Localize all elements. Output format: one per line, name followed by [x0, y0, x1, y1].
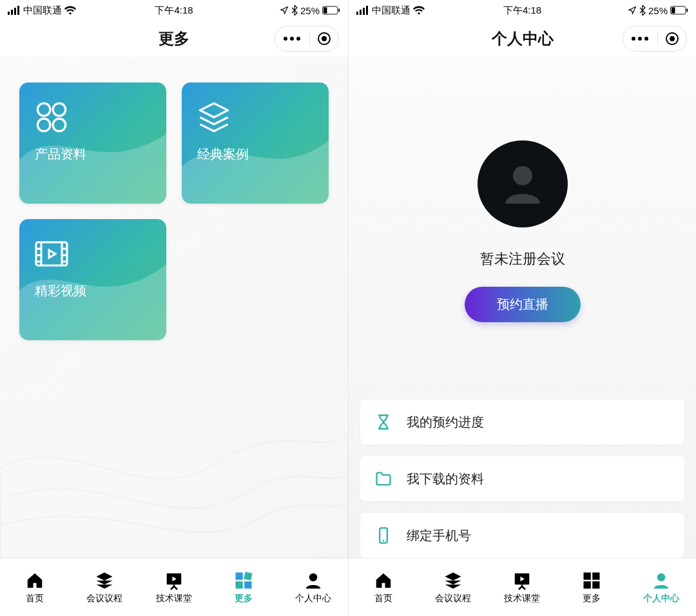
- tab-label: 会议议程: [435, 593, 471, 604]
- tab-label: 首页: [26, 593, 44, 604]
- menu-bind-phone[interactable]: 绑定手机号: [360, 513, 684, 558]
- profile-status-text: 暂未注册会议: [480, 249, 565, 269]
- card-product-materials[interactable]: 产品资料: [19, 82, 166, 204]
- menu-label: 我的预约进度: [407, 414, 484, 431]
- tab-label: 更多: [583, 593, 601, 604]
- presentation-icon: [512, 571, 532, 590]
- svg-point-40: [638, 37, 642, 41]
- tab-label: 更多: [235, 593, 253, 604]
- svg-point-39: [632, 37, 635, 41]
- svg-rect-28: [244, 572, 252, 580]
- layers-icon: [197, 101, 231, 134]
- nav-header: 更多: [0, 21, 348, 57]
- tiles-icon: [582, 571, 601, 590]
- tab-agenda[interactable]: 会议议程: [418, 559, 488, 616]
- nav-header: 个人中心: [349, 21, 696, 57]
- tab-label: 首页: [374, 593, 392, 604]
- tab-profile[interactable]: 个人中心: [278, 559, 348, 616]
- tab-tech-class[interactable]: 技术课堂: [139, 559, 209, 616]
- svg-rect-13: [53, 103, 66, 116]
- status-time: 下午4:18: [349, 5, 696, 17]
- person-icon: [652, 571, 671, 590]
- card-label: 精彩视频: [35, 282, 151, 300]
- svg-point-8: [290, 37, 294, 41]
- svg-point-31: [309, 573, 318, 581]
- svg-rect-12: [37, 103, 50, 116]
- tab-label: 技术课堂: [156, 593, 192, 604]
- tab-bar: 首页 会议议程 技术课堂 更多 个人中心: [349, 558, 696, 616]
- tab-label: 会议议程: [86, 593, 122, 604]
- svg-rect-50: [593, 572, 600, 579]
- target-icon[interactable]: [665, 32, 679, 46]
- svg-rect-52: [593, 581, 600, 588]
- stack-icon: [95, 571, 114, 590]
- tab-home[interactable]: 首页: [349, 559, 418, 616]
- menu-my-downloads[interactable]: 我下载的资料: [360, 456, 684, 501]
- wechat-capsule[interactable]: [623, 26, 687, 52]
- tab-more[interactable]: 更多: [557, 559, 626, 616]
- menu-label: 绑定手机号: [407, 527, 471, 544]
- svg-rect-14: [37, 119, 50, 131]
- card-classic-cases[interactable]: 经典案例: [182, 82, 329, 204]
- svg-point-41: [644, 37, 648, 41]
- status-bar: 中国联通 下午4:18 25%: [349, 0, 696, 21]
- video-film-icon: [35, 237, 68, 271]
- tab-label: 个人中心: [643, 593, 679, 604]
- tab-tech-class[interactable]: 技术课堂: [488, 559, 557, 616]
- page-title: 个人中心: [492, 28, 554, 49]
- presentation-icon: [164, 571, 184, 590]
- menu-label: 我下载的资料: [407, 470, 484, 488]
- tab-more[interactable]: 更多: [209, 559, 278, 616]
- grid-apps-icon: [35, 101, 68, 134]
- status-bar: 中国联通 下午4:18 25%: [0, 0, 348, 21]
- target-icon[interactable]: [317, 32, 331, 46]
- page-title: 更多: [159, 28, 189, 49]
- tab-agenda[interactable]: 会议议程: [70, 559, 139, 616]
- tab-profile[interactable]: 个人中心: [626, 559, 696, 616]
- person-silhouette-icon: [497, 159, 548, 210]
- svg-point-11: [322, 36, 327, 41]
- home-icon: [25, 571, 44, 590]
- home-icon: [374, 571, 393, 590]
- hourglass-icon: [374, 413, 392, 431]
- stack-icon: [443, 571, 463, 590]
- more-icon[interactable]: [630, 36, 650, 41]
- avatar[interactable]: [478, 140, 568, 227]
- svg-rect-51: [584, 581, 591, 588]
- svg-point-43: [670, 36, 675, 41]
- svg-rect-27: [236, 572, 243, 579]
- card-label: 产品资料: [35, 146, 151, 163]
- menu-my-reservation-progress[interactable]: 我的预约进度: [360, 399, 684, 445]
- tab-bar: 首页 会议议程 技术课堂 更多 个人中心: [0, 558, 348, 616]
- card-featured-videos[interactable]: 精彩视频: [19, 219, 166, 340]
- folder-icon: [374, 470, 392, 488]
- svg-rect-30: [244, 581, 251, 588]
- svg-rect-15: [53, 119, 66, 131]
- more-icon[interactable]: [282, 36, 302, 41]
- wechat-capsule[interactable]: [275, 26, 339, 52]
- svg-rect-29: [236, 581, 243, 588]
- tab-label: 技术课堂: [504, 593, 540, 604]
- person-icon: [304, 571, 323, 590]
- svg-point-7: [284, 37, 287, 41]
- status-time: 下午4:18: [0, 5, 348, 17]
- svg-point-44: [513, 166, 532, 185]
- svg-rect-49: [584, 572, 591, 579]
- svg-point-53: [657, 573, 666, 581]
- tab-label: 个人中心: [295, 593, 331, 604]
- reserve-live-button[interactable]: 预约直播: [465, 287, 581, 322]
- tiles-icon: [234, 571, 253, 590]
- card-label: 经典案例: [197, 146, 313, 163]
- tab-home[interactable]: 首页: [0, 559, 70, 616]
- phone-device-icon: [374, 526, 392, 544]
- svg-point-9: [296, 37, 300, 41]
